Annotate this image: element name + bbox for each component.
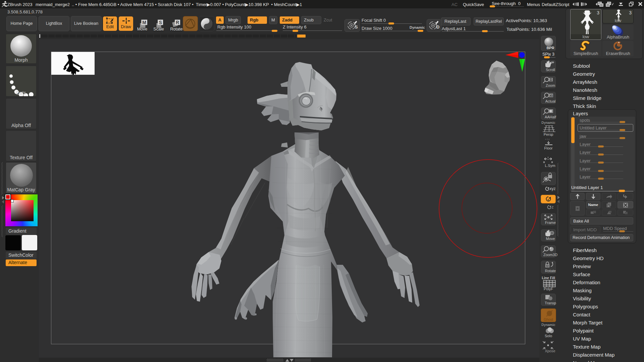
svg-text:S: S: [355, 24, 358, 29]
svg-text:x1: x1: [550, 94, 553, 97]
svg-text:R: R: [176, 20, 179, 25]
svg-text:M: M: [142, 20, 146, 25]
svg-text:× ʇ z: × ʇ z: [545, 138, 550, 140]
svg-text:Y: Y: [547, 198, 549, 201]
svg-text:S: S: [159, 20, 162, 25]
svg-text:D: D: [436, 24, 439, 29]
